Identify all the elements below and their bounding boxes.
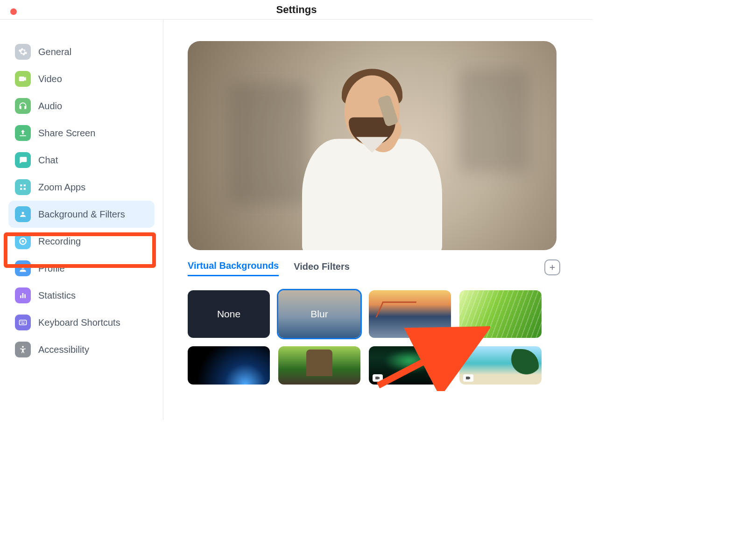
svg-point-1 xyxy=(22,240,24,243)
sidebar-item-label: Video xyxy=(38,74,62,84)
sidebar-item-label: Recording xyxy=(38,236,81,247)
background-option-earth[interactable] xyxy=(188,346,270,385)
sidebar-item-keyboard-shortcuts[interactable]: Keyboard Shortcuts xyxy=(8,309,155,336)
background-tabs: Virtual Backgrounds Video Filters xyxy=(188,260,557,276)
record-icon xyxy=(15,233,31,249)
sidebar-item-label: Chat xyxy=(38,155,58,166)
sidebar-item-zoom-apps[interactable]: Zoom Apps xyxy=(8,174,155,201)
headphones-icon xyxy=(15,98,31,114)
sidebar-item-label: Audio xyxy=(38,101,62,112)
sidebar-item-label: Share Screen xyxy=(38,128,95,139)
sidebar-item-audio[interactable]: Audio xyxy=(8,92,155,119)
sidebar-item-background-filters[interactable]: Background & Filters xyxy=(8,201,155,228)
apps-icon xyxy=(15,179,31,195)
background-option-beach[interactable] xyxy=(459,346,542,385)
sidebar-item-label: Statistics xyxy=(38,290,76,301)
video-preview xyxy=(188,41,557,250)
person-icon xyxy=(15,260,31,276)
video-background-icon xyxy=(373,374,383,382)
tab-virtual-backgrounds[interactable]: Virtual Backgrounds xyxy=(188,260,279,276)
portrait-icon xyxy=(15,206,31,222)
sidebar-item-label: General xyxy=(38,47,71,57)
svg-point-3 xyxy=(22,346,24,348)
sidebar-item-statistics[interactable]: Statistics xyxy=(8,282,155,309)
background-option-blur[interactable]: Blur xyxy=(278,290,360,338)
sidebar-item-label: Zoom Apps xyxy=(38,182,85,193)
window-title: Settings xyxy=(276,4,317,16)
plus-icon xyxy=(548,263,557,272)
sidebar-item-label: Background & Filters xyxy=(38,209,125,220)
sidebar-item-recording[interactable]: Recording xyxy=(8,228,155,255)
keyboard-icon xyxy=(15,315,31,330)
gear-icon xyxy=(15,44,31,60)
svg-rect-2 xyxy=(20,320,27,325)
settings-main-panel: Virtual Backgrounds Video Filters None B… xyxy=(163,20,593,420)
sidebar-item-chat[interactable]: Chat xyxy=(8,147,155,174)
background-option-none[interactable]: None xyxy=(188,290,270,338)
close-window-button[interactable] xyxy=(10,8,17,15)
background-option-label: Blur xyxy=(310,308,328,320)
background-option-jurassic-park[interactable] xyxy=(278,346,360,385)
sidebar-item-label: Accessibility xyxy=(38,344,89,355)
settings-sidebar: General Video Audio Share Screen Chat xyxy=(0,20,163,420)
chat-bubble-icon xyxy=(15,152,31,168)
add-background-button[interactable] xyxy=(544,259,560,275)
sidebar-item-profile[interactable]: Profile xyxy=(8,255,155,282)
virtual-backgrounds-grid: None Blur xyxy=(188,290,557,385)
tab-video-filters[interactable]: Video Filters xyxy=(294,261,350,276)
background-option-label: None xyxy=(217,308,240,320)
sidebar-item-accessibility[interactable]: Accessibility xyxy=(8,336,155,363)
upload-icon xyxy=(15,125,31,141)
background-option-grass[interactable] xyxy=(459,290,542,338)
sidebar-item-share-screen[interactable]: Share Screen xyxy=(8,119,155,147)
sidebar-item-video[interactable]: Video xyxy=(8,65,155,92)
window-titlebar: Settings xyxy=(0,0,593,20)
video-camera-icon xyxy=(15,71,31,87)
background-option-aurora[interactable] xyxy=(369,346,451,385)
background-option-golden-gate[interactable] xyxy=(369,290,451,338)
sidebar-item-label: Profile xyxy=(38,263,65,274)
sidebar-item-general[interactable]: General xyxy=(8,38,155,65)
video-background-icon xyxy=(463,374,473,382)
bar-chart-icon xyxy=(15,287,31,303)
sidebar-item-label: Keyboard Shortcuts xyxy=(38,317,120,328)
accessibility-icon xyxy=(15,342,31,357)
